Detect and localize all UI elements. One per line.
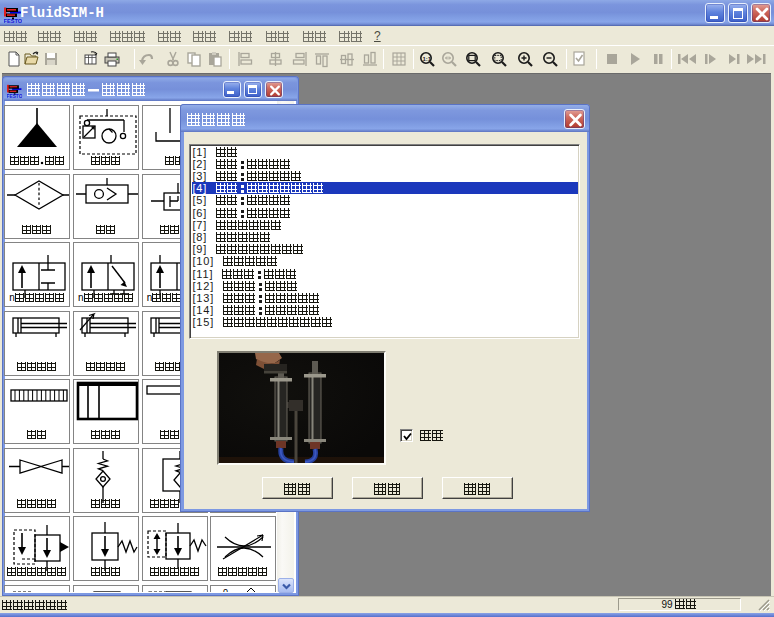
svg-text:0: 0 xyxy=(223,587,228,593)
svg-text:FESTO: FESTO xyxy=(7,94,22,98)
svg-text:1:1: 1:1 xyxy=(422,56,431,62)
